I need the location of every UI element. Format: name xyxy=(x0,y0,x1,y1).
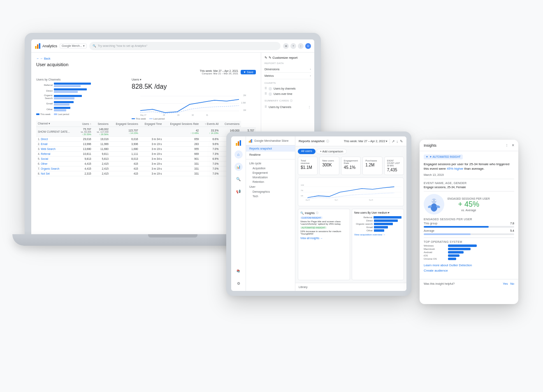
insight-date: March 13, 2019 xyxy=(424,173,514,176)
metric-new-users: New users 300K xyxy=(319,157,339,175)
col-users[interactable]: Users ↑ xyxy=(77,121,93,127)
channel-link[interactable]: Web Search xyxy=(41,148,56,150)
create-audience-button[interactable]: Create audience xyxy=(424,269,514,272)
grid-icon[interactable]: ⊞ xyxy=(283,43,289,49)
col-eng-sessions[interactable]: Engaged Sessions Rate xyxy=(163,121,200,127)
nav-realtime[interactable]: Realtime xyxy=(246,152,295,158)
channel-link[interactable]: Direct xyxy=(41,138,48,141)
view-acquisition-link[interactable]: View acquisition overview → xyxy=(354,233,401,236)
svg-text:50K: 50K xyxy=(301,195,304,197)
svg-text:Sep 26: Sep 26 xyxy=(369,199,373,201)
nav-acquisition[interactable]: Acquisition xyxy=(246,166,295,171)
chart-item-1[interactable]: ⠿ Users by channels xyxy=(265,86,311,91)
bird-illustration xyxy=(424,194,444,214)
page-title: User acquisition xyxy=(36,62,256,67)
dimensions-item[interactable]: Dimensions › xyxy=(265,66,311,73)
col-engagement-rate[interactable]: ↑ Events All xyxy=(200,121,220,127)
learn-more-link[interactable]: Learn more about Outlier Detection xyxy=(424,263,514,267)
help-circle-icon[interactable]: ⓘ xyxy=(326,139,329,143)
metrics-item[interactable]: Metrics › xyxy=(265,73,311,79)
bar-row-email: Email xyxy=(36,101,127,106)
back-link[interactable]: ← ← Back xyxy=(36,57,256,60)
channel-link[interactable]: Email xyxy=(41,143,47,145)
tab-all-users[interactable]: All users xyxy=(298,149,316,154)
stat-row-avg: Average 5.4 xyxy=(424,229,514,232)
property-name[interactable]: Google Merch... ▾ xyxy=(60,44,87,48)
view-all-insights-link[interactable]: View all insights → xyxy=(300,237,323,240)
divider-2 xyxy=(424,191,514,191)
channel-link[interactable]: Organic Search xyxy=(41,167,59,170)
nav-lifecycle[interactable]: Life cycle xyxy=(246,161,295,166)
chart-item-2[interactable]: ⠿ Users over time xyxy=(265,91,311,97)
tablet-export-icon[interactable]: ↓ xyxy=(397,139,399,143)
helpful-buttons: Yes No xyxy=(503,282,514,286)
insight-main-text: Engaged sessions per user for 25-34 fema… xyxy=(424,162,514,171)
nav-reports-snapshot[interactable]: Reports snapshot xyxy=(246,145,295,152)
summary-cards-section: SUMMARY CARDS ⓘ xyxy=(265,99,311,103)
data-table: Channel ▾ Users ↑ Sessions Engaged Sessi… xyxy=(36,121,256,176)
svg-text:30: 30 xyxy=(192,114,194,116)
sidebar-library-icon[interactable]: 📚 xyxy=(234,267,243,275)
col-sessions[interactable]: Sessions xyxy=(93,121,110,127)
no-button[interactable]: No xyxy=(510,282,514,286)
tablet-share-icon[interactable]: ↗ xyxy=(392,139,395,143)
more-options-icon[interactable]: ⋮ xyxy=(308,105,311,109)
tab-add-comparison[interactable]: + Add comparison xyxy=(316,149,347,154)
drag-handle-icon-3: ⠿ xyxy=(265,105,267,109)
channel-link[interactable]: Referral xyxy=(41,152,50,155)
more-insights-icon[interactable]: ⋮ xyxy=(505,143,508,147)
insights-panel-actions: ⋮ × xyxy=(505,143,514,148)
avatar[interactable]: U xyxy=(305,43,311,49)
channel-link[interactable]: Not Set xyxy=(41,172,50,175)
col-engaged-time[interactable]: Engaged Time xyxy=(140,121,164,127)
metric-revenue: Total revenue $1.1M xyxy=(298,157,318,175)
sidebar-explore-icon[interactable]: 🔍 xyxy=(234,175,243,183)
sidebar-settings-icon[interactable]: ⚙ xyxy=(234,279,243,288)
svg-text:1.5M: 1.5M xyxy=(241,101,246,104)
avg-bar-bg xyxy=(424,233,514,235)
help-icon[interactable]: ? xyxy=(290,43,296,49)
sidebar-advertising-icon[interactable]: 📢 xyxy=(234,187,243,196)
nav-tech[interactable]: Tech xyxy=(246,194,295,198)
nav-retention[interactable]: Retention xyxy=(246,180,295,184)
summary-card-1[interactable]: ⠿ Users by Channels ⋮ xyxy=(265,104,311,110)
tablet-date-range[interactable]: This week: Mar 27 – Apr 2, 2022 ▾ xyxy=(344,140,388,143)
channel-link[interactable]: Other xyxy=(41,162,47,165)
metric-value: 828.5K /day xyxy=(132,83,256,90)
tablet-edit-icon[interactable]: ✎ xyxy=(400,139,403,143)
insights-panel-body: ✦ ✦ AUTOMATED INSIGHT Engaged sessions p… xyxy=(420,151,518,279)
close-button[interactable]: × xyxy=(512,143,514,148)
more-icon[interactable]: ⋮ xyxy=(298,43,304,49)
svg-rect-19 xyxy=(251,139,252,142)
search-bar[interactable]: 🔍 Try searching "how to set up Analytics… xyxy=(89,42,281,50)
svg-text:1M: 1M xyxy=(243,109,246,111)
tablet-sidebar: ⌂ 📊 🔍 📢 📚 ⚙ xyxy=(231,136,246,291)
col-events[interactable]: Conversions xyxy=(220,121,241,127)
svg-rect-15 xyxy=(238,141,239,146)
sidebar-home-icon[interactable]: ⌂ xyxy=(234,150,243,159)
nav-demographics[interactable]: Demographics xyxy=(246,189,295,194)
event-label: EVENT NAME, AGE, GENDER xyxy=(424,182,514,184)
nav-divider xyxy=(246,159,295,159)
group-bar-fill xyxy=(424,226,489,228)
sidebar-reports-icon[interactable]: 📊 xyxy=(234,163,243,171)
chart-dot-icon xyxy=(269,87,272,90)
tablet-nav-topbar: Google Merchandise Store xyxy=(246,136,295,145)
tablet-ga-logo xyxy=(235,140,242,146)
col-engaged-sessions[interactable]: Engaged Sessions xyxy=(110,121,140,127)
yes-button[interactable]: Yes xyxy=(503,282,508,286)
insight-1-text: Views for Page title and screen class 'L… xyxy=(300,220,348,225)
col-channel[interactable]: Channel ▾ xyxy=(36,121,77,127)
os-ios: iOS xyxy=(424,254,514,257)
nav-user[interactable]: User xyxy=(246,184,295,189)
svg-text:Sep 5: Sep 5 xyxy=(334,199,338,201)
stat-row-group: This group 7.8 xyxy=(424,222,514,225)
nav-monetization[interactable]: Monetization xyxy=(246,175,295,180)
save-button[interactable]: ▼ Save xyxy=(241,70,256,74)
channel-link[interactable]: Social xyxy=(41,157,48,160)
tablet-bottom-row: 🔍 Insights ⓘ CUSTOM INSIGHT Views for Pa… xyxy=(298,209,404,280)
tablet-main: Reports snapshot ⓘ This week: Mar 27 – A… xyxy=(295,136,406,291)
helpful-question: Was this insight helpful? xyxy=(424,282,455,285)
nav-engagement[interactable]: Engagement xyxy=(246,171,295,175)
customize-title: ✎ ✎ Customize report xyxy=(265,56,311,60)
